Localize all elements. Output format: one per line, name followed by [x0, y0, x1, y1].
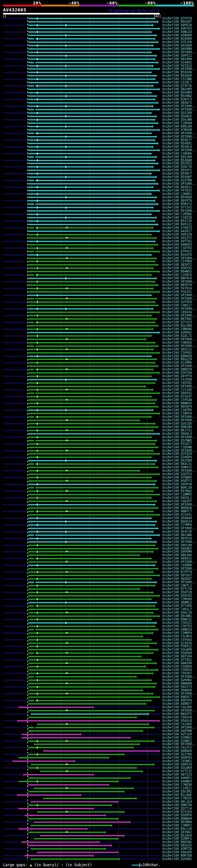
alignment-bar[interactable] [23, 774, 92, 775]
alignment-bar[interactable] [28, 406, 157, 407]
hit-accession-label[interactable]: UniRef100_B2AUK0 [162, 37, 192, 40]
hit-accession-label[interactable]: UniRef100_B3L5N9 [162, 324, 192, 327]
alignment-bar[interactable] [37, 811, 123, 813]
alignment-bar[interactable] [28, 335, 150, 337]
alignment-bar[interactable] [28, 430, 152, 431]
alignment-bar[interactable] [28, 443, 154, 445]
hit-accession-label[interactable]: UniRef100_B0X9F4 [162, 405, 192, 408]
hit-accession-label[interactable]: UniRef100_A7YXE6 [162, 604, 192, 608]
hit-accession-label[interactable]: UniRef100_UPI000.. [162, 51, 195, 54]
alignment-bar[interactable] [28, 403, 154, 404]
alignment-bar[interactable] [31, 859, 119, 860]
hit-accession-label[interactable]: UniRef100_C5E0K4 [162, 665, 192, 668]
hit-accession-label[interactable]: UniRef100_Q5UZM2 [162, 790, 192, 793]
hit-accession-label[interactable]: UniRef100_UPI000.. [162, 384, 195, 388]
hit-accession-label[interactable]: UniRef100_A7NVA8 [162, 128, 192, 131]
alignment-bar[interactable] [28, 150, 159, 151]
hit-accession-label[interactable]: UniRef100_UPI000.. [162, 209, 195, 213]
alignment-bar[interactable] [28, 45, 152, 46]
hit-accession-label[interactable]: UniRef100_C1MZN3 [162, 213, 192, 216]
alignment-bar[interactable] [28, 146, 152, 148]
alignment-bar[interactable] [28, 491, 152, 492]
alignment-bar[interactable] [28, 193, 150, 195]
alignment-bar[interactable] [28, 59, 154, 60]
hit-accession-label[interactable]: UniRef100_Q4SZY2 [162, 236, 192, 240]
hit-accession-label[interactable]: UniRef100_C1BI58 [162, 216, 192, 219]
alignment-bar[interactable] [28, 291, 159, 292]
hit-accession-label[interactable]: UniRef100_P38912 [162, 645, 192, 648]
alignment-bar[interactable] [22, 841, 98, 843]
alignment-bar[interactable] [28, 845, 111, 846]
alignment-bar[interactable] [28, 636, 141, 637]
hit-accession-label[interactable]: UniRef100_Q7SF16 [162, 84, 192, 88]
hit-accession-label[interactable]: UniRef100_P56331 [162, 290, 192, 293]
hit-accession-label[interactable]: UniRef100_C1BSN8 [162, 445, 192, 449]
alignment-bar[interactable] [28, 582, 156, 583]
hit-accession-label[interactable]: UniRef100_Q6BMC2 [162, 601, 192, 604]
hit-accession-label[interactable]: UniRef100_UPI000.. [162, 280, 195, 283]
alignment-bar[interactable] [28, 133, 150, 134]
alignment-bar[interactable] [28, 731, 141, 732]
hit-accession-label[interactable]: UniRef100_Q4N472 [162, 466, 192, 469]
alignment-bar[interactable] [28, 79, 154, 80]
alignment-bar[interactable] [28, 109, 159, 110]
alignment-bar[interactable] [25, 815, 105, 816]
hit-accession-label[interactable]: UniRef100_A3LW99 [162, 648, 192, 651]
alignment-bar[interactable] [28, 234, 150, 235]
alignment-bar[interactable] [28, 670, 157, 671]
alignment-bar[interactable] [28, 241, 154, 242]
alignment-bar[interactable] [28, 274, 150, 276]
hit-accession-label[interactable]: UniRef100_C0KTL1 [162, 584, 192, 587]
alignment-bar[interactable] [28, 238, 156, 239]
alignment-bar[interactable] [28, 538, 150, 539]
hit-accession-label[interactable]: UniRef100_UPI000.. [162, 469, 195, 472]
hit-accession-label[interactable]: UniRef100_Q9VEA1 [162, 391, 192, 395]
alignment-bar[interactable] [28, 477, 150, 478]
hit-accession-label[interactable]: UniRef100_B5X9N2 [162, 94, 192, 98]
hit-accession-label[interactable]: UniRef100_Q56JW9 [162, 118, 192, 121]
hit-accession-label[interactable]: UniRef100_A1DL72 [162, 334, 192, 338]
hit-accession-label[interactable]: UniRef100_P55877 [162, 442, 192, 445]
hit-accession-label[interactable]: UniRef100_Q22Y66 [162, 752, 192, 756]
hit-accession-label[interactable]: UniRef100_A2F1G9 [162, 733, 192, 736]
alignment-bar[interactable] [28, 518, 150, 519]
alignment-bar[interactable] [28, 805, 111, 806]
hit-accession-label[interactable]: UniRef100_A9BKZ4 [162, 628, 192, 631]
alignment-bar[interactable] [28, 473, 159, 475]
hit-accession-label[interactable]: UniRef100_A9PCD3 [162, 27, 192, 30]
hit-accession-label[interactable]: UniRef100_UPI000.. [162, 415, 195, 418]
hit-accession-label[interactable]: UniRef100_C6HS18 [162, 716, 192, 719]
hit-accession-label[interactable]: UniRef100_Q6CNN1 [162, 614, 192, 618]
alignment-bar[interactable] [28, 227, 152, 228]
hit-accession-label[interactable]: UniRef100_Q2NEP1 [162, 837, 192, 840]
hit-accession-label[interactable]: UniRef100_A8BAD9 [162, 749, 192, 752]
alignment-bar[interactable] [19, 781, 117, 782]
hit-accession-label[interactable]: UniRef100_Q8TXZ3 [162, 773, 192, 776]
hit-accession-label[interactable]: UniRef100_B6HW55 [162, 270, 192, 273]
alignment-bar[interactable] [37, 852, 117, 853]
alignment-bar[interactable] [28, 747, 132, 748]
hit-accession-label[interactable]: UniRef100_Q9NJB4 [162, 425, 192, 429]
alignment-bar[interactable] [28, 649, 157, 650]
alignment-bar[interactable] [28, 99, 154, 100]
hit-accession-label[interactable]: UniRef100_UPI000.. [162, 293, 195, 297]
hit-accession-label[interactable]: UniRef100_A7TQ52 [162, 658, 192, 661]
alignment-row[interactable]: UniRef100_O29481 [0, 858, 197, 861]
alignment-bar[interactable] [28, 332, 159, 333]
hit-accession-label[interactable]: UniRef100_B5M1Y2 [162, 202, 192, 206]
hit-accession-label[interactable]: UniRef100_Q4DPQ3 [162, 756, 192, 759]
hit-accession-label[interactable]: UniRef100_B5XB91 [162, 142, 192, 145]
hit-accession-label[interactable]: UniRef100_B0EUC7 [162, 695, 192, 699]
alignment-bar[interactable] [28, 561, 156, 563]
hit-accession-label[interactable]: UniRef100_UPI000.. [162, 67, 195, 70]
alignment-bar[interactable] [28, 598, 150, 600]
alignment-bar[interactable] [28, 308, 152, 309]
alignment-bar[interactable] [40, 835, 123, 836]
alignment-bar[interactable] [28, 386, 145, 387]
alignment-bar[interactable] [28, 214, 150, 215]
hit-accession-label[interactable]: UniRef100_UPI000.. [162, 527, 195, 530]
hit-accession-label[interactable]: UniRef100_Q4V9N9 [162, 47, 192, 51]
alignment-bar[interactable] [31, 713, 148, 715]
hit-accession-label[interactable]: UniRef100_UPI000.. [162, 344, 195, 348]
alignment-bar[interactable] [28, 507, 157, 509]
